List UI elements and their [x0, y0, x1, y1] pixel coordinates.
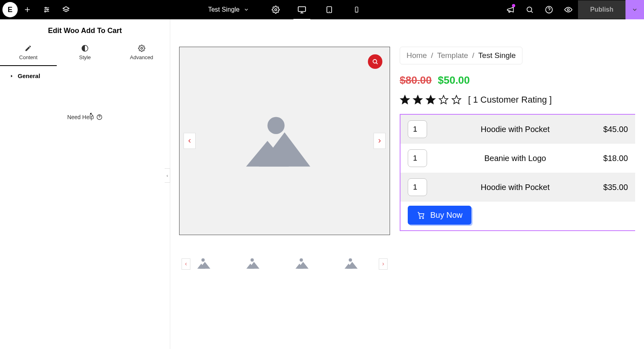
finder-button[interactable]	[520, 0, 539, 19]
editor-sidebar: Edit Woo Add To Cart Content Style Advan…	[0, 19, 170, 349]
editor-canvas: Home / Template / Test Single $80.00 $50…	[170, 19, 644, 349]
gallery-prev-button[interactable]	[184, 133, 196, 149]
product-rating: [ 1 Customer Rating ]	[400, 95, 635, 105]
svg-point-41	[349, 258, 352, 262]
svg-marker-45	[413, 95, 422, 104]
pencil-icon	[25, 45, 32, 52]
whats-new-button[interactable]	[501, 0, 520, 19]
tab-advanced[interactable]: Advanced	[113, 41, 170, 66]
thumbnail-item[interactable]	[342, 255, 363, 271]
star-icon	[400, 95, 410, 105]
svg-point-32	[201, 258, 204, 262]
panel-tabs: Content Style Advanced	[0, 41, 170, 66]
help-button[interactable]	[539, 0, 559, 19]
elementor-logo[interactable]: E	[2, 2, 18, 17]
search-icon	[526, 6, 534, 14]
document-title: Test Single	[208, 6, 239, 13]
device-mobile-button[interactable]	[345, 0, 368, 19]
svg-point-49	[419, 217, 421, 219]
chevron-down-icon	[632, 6, 638, 13]
product-price: $80.00 $50.00	[400, 74, 635, 87]
svg-line-28	[376, 63, 378, 64]
image-zoom-button[interactable]	[368, 54, 382, 69]
breadcrumb-current: Test Single	[478, 51, 516, 60]
svg-point-23	[140, 47, 142, 50]
topbar-right: Publish	[501, 0, 644, 19]
svg-point-5	[47, 9, 48, 10]
section-general-toggle[interactable]: General	[10, 72, 160, 79]
product-info-column: Home / Template / Test Single $80.00 $50…	[400, 47, 635, 231]
gear-icon	[272, 6, 280, 14]
thumbs-prev-button[interactable]	[182, 258, 190, 270]
grouped-product-row: Beanie with Logo$18.00	[400, 144, 635, 173]
help-circle-icon	[96, 114, 103, 120]
device-desktop-button[interactable]	[290, 0, 314, 19]
svg-marker-8	[63, 7, 69, 10]
gallery-next-button[interactable]	[374, 133, 386, 149]
grouped-product-row: Hoodie with Pocket$45.00	[400, 115, 635, 144]
image-placeholder-icon	[245, 256, 263, 271]
tab-content[interactable]: Content	[0, 41, 57, 66]
svg-point-35	[250, 258, 254, 262]
panel-title: Edit Woo Add To Cart	[0, 19, 170, 41]
star-icon	[451, 95, 462, 105]
star-icon	[425, 95, 436, 105]
help-circle-icon	[545, 6, 553, 14]
svg-marker-46	[426, 95, 435, 104]
svg-marker-24	[11, 75, 12, 77]
topbar: E Test Single	[0, 0, 644, 19]
buy-now-button[interactable]: Buy Now	[408, 206, 471, 225]
thumbnail-item[interactable]	[293, 255, 314, 271]
add-element-button[interactable]	[18, 0, 37, 19]
structure-button[interactable]	[56, 0, 76, 19]
quantity-input[interactable]	[408, 120, 427, 138]
site-settings-button[interactable]	[37, 0, 56, 19]
breadcrumb-item[interactable]: Template	[437, 51, 468, 60]
grouped-product-price: $45.00	[603, 125, 628, 134]
notification-dot	[512, 4, 515, 7]
gear-icon	[138, 45, 145, 52]
chevron-right-icon	[381, 261, 386, 267]
need-help-link[interactable]: Need Help	[0, 114, 170, 120]
thumbnail-item[interactable]	[244, 255, 264, 271]
publish-button[interactable]: Publish	[578, 0, 625, 19]
search-icon	[372, 58, 379, 65]
svg-point-38	[299, 258, 303, 262]
preview-button[interactable]	[559, 0, 578, 19]
collapse-sidebar-button[interactable]: ‹	[165, 168, 170, 183]
add-to-cart-widget: Hoodie with Pocket$45.00Beanie with Logo…	[400, 114, 635, 231]
price-sale: $50.00	[438, 74, 470, 86]
svg-point-21	[568, 9, 570, 11]
responsive-device-group	[290, 0, 368, 19]
grouped-product-row: Hoodie with Pocket$35.00	[400, 173, 635, 202]
grouped-product-name: Hoodie with Pocket	[435, 125, 595, 134]
price-original: $80.00	[400, 74, 432, 86]
quantity-input[interactable]	[408, 178, 427, 196]
page-settings-button[interactable]	[266, 0, 285, 19]
desktop-icon	[297, 5, 307, 14]
svg-marker-47	[439, 95, 448, 104]
svg-line-18	[531, 11, 533, 13]
document-title-dropdown[interactable]: Test Single	[208, 6, 249, 13]
sliders-icon	[43, 6, 50, 13]
thumbs-next-button[interactable]	[379, 258, 388, 270]
main: Edit Woo Add To Cart Content Style Advan…	[0, 19, 644, 349]
contrast-icon	[81, 45, 89, 52]
product-gallery	[179, 47, 390, 271]
cart-icon	[417, 211, 425, 219]
publish-options-button[interactable]	[625, 0, 644, 19]
grouped-product-name: Beanie with Logo	[435, 154, 595, 163]
breadcrumb-item[interactable]: Home	[407, 51, 427, 60]
layers-icon	[62, 6, 70, 14]
svg-marker-44	[400, 95, 409, 104]
svg-point-17	[527, 7, 532, 12]
svg-marker-48	[452, 95, 461, 104]
product-main-image[interactable]	[179, 47, 390, 235]
thumbnail-item[interactable]	[194, 255, 215, 271]
svg-rect-10	[298, 7, 305, 12]
breadcrumb-separator: /	[472, 51, 474, 60]
tab-style[interactable]: Style	[57, 41, 114, 66]
quantity-input[interactable]	[408, 149, 427, 167]
device-tablet-button[interactable]	[318, 0, 341, 19]
tablet-icon	[325, 5, 333, 14]
